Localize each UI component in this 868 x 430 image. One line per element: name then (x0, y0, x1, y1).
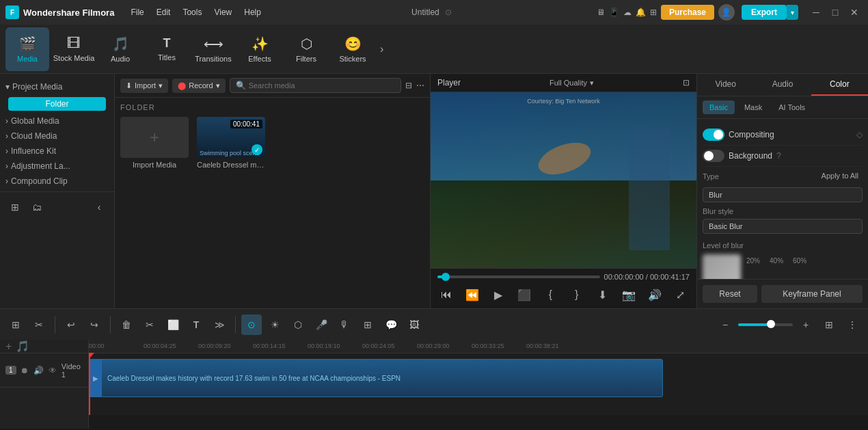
zoom-thumb[interactable] (767, 320, 775, 328)
step-back-button[interactable]: ⏪ (463, 285, 481, 304)
toolbar-transitions[interactable]: ⟷ Transitions (191, 27, 235, 71)
import-media-thumb[interactable]: + (120, 117, 189, 158)
snapshot-button[interactable]: 📷 (620, 285, 638, 304)
text-button[interactable]: T (186, 314, 206, 335)
audio-button-tl[interactable]: 🎤 (311, 314, 331, 335)
export-button[interactable]: Export (742, 5, 787, 20)
progress-bar[interactable] (437, 276, 600, 278)
track-mute-button[interactable]: 🔊 (33, 364, 44, 377)
menu-tools[interactable]: Tools (177, 6, 207, 18)
sidebar-item-cloud-media[interactable]: › Cloud Media (0, 129, 114, 144)
blur-style-select[interactable]: Basic Blur (703, 219, 863, 234)
sub-tab-ai-tools[interactable]: AI Tools (772, 100, 812, 114)
progress-thumb[interactable] (442, 273, 450, 281)
reset-button[interactable]: Reset (703, 285, 757, 303)
sidebar-item-compound-clip[interactable]: › Compound Clip (0, 174, 114, 189)
layout-button[interactable]: ⊞ (819, 314, 839, 335)
menu-help[interactable]: Help (239, 6, 267, 18)
zoom-in-button[interactable]: + (796, 314, 816, 335)
zoom-out-button[interactable]: − (715, 314, 735, 335)
mark-in-button[interactable]: { (541, 285, 559, 304)
snap-button[interactable]: ⬡ (288, 314, 308, 335)
quality-selector[interactable]: Full Quality ▾ (550, 79, 594, 88)
tab-color[interactable]: Color (811, 74, 868, 96)
track-hide-button[interactable]: 👁 (47, 364, 59, 377)
background-toggle[interactable] (703, 150, 724, 162)
user-avatar[interactable]: 👤 (718, 4, 735, 21)
delete-button[interactable]: 🗑 (116, 314, 137, 335)
go-to-start-button[interactable]: ⏮ (437, 285, 455, 304)
crop-button[interactable]: ⬜ (163, 314, 183, 335)
tab-video[interactable]: Video (697, 74, 754, 96)
tab-audio[interactable]: Audio (754, 74, 811, 96)
ripple-button[interactable]: ☀ (265, 314, 285, 335)
scene-detect-button[interactable]: ⊞ (5, 314, 26, 335)
subtitle-button[interactable]: 💬 (381, 314, 401, 335)
mark-out-button[interactable]: } (568, 285, 586, 304)
maximize-button[interactable]: □ (827, 4, 843, 21)
background-label: Background ? (703, 150, 781, 162)
keyframe-panel-button[interactable]: Keyframe Panel (761, 285, 863, 303)
add-video-track-button[interactable]: + (5, 340, 12, 353)
collapse-sidebar-icon[interactable]: ‹ (90, 198, 109, 217)
toolbar-filters[interactable]: ⬡ Filters (284, 27, 328, 71)
zoom-slider[interactable] (738, 323, 793, 326)
fullscreen-icon[interactable]: ⊡ (683, 78, 690, 88)
search-input[interactable] (249, 81, 395, 90)
toolbar-audio[interactable]: 🎵 Audio (98, 27, 142, 71)
toolbar-expand-icon[interactable]: › (377, 40, 386, 58)
video-clip[interactable]: ▶ Caeleb Dressel makes history with reco… (89, 359, 663, 397)
record-button[interactable]: ⬤ Record ▾ (172, 79, 225, 93)
toolbar-titles[interactable]: T Titles (145, 27, 189, 71)
minimize-button[interactable]: ─ (808, 4, 824, 21)
sidebar-item-influence-kit[interactable]: › Influence Kit (0, 144, 114, 159)
add-folder-icon[interactable]: ⊞ (5, 198, 25, 217)
cut-button[interactable]: ✂ (139, 314, 160, 335)
toolbar-stickers[interactable]: 😊 Stickers (331, 27, 375, 71)
split-button[interactable]: ✂ (29, 314, 49, 335)
sidebar-folder-button[interactable]: Folder (8, 97, 106, 111)
add-track-button[interactable]: ⊞ (357, 314, 378, 335)
track-record-button[interactable]: ⏺ (19, 364, 31, 377)
voice-button[interactable]: 🎙 (334, 314, 355, 335)
sidebar-item-global-media[interactable]: › Global Media (0, 113, 114, 129)
sub-tab-mask[interactable]: Mask (737, 100, 769, 114)
clip-mode-button[interactable]: ⊙ (241, 314, 262, 335)
menu-view[interactable]: View (208, 6, 237, 18)
toolbar-effects[interactable]: ✨ Effects (238, 27, 282, 71)
video-thumb[interactable]: Swimming pool scene 00:00:41 ✓ (197, 117, 265, 158)
export-dropdown-button[interactable]: ▾ (787, 5, 798, 20)
close-button[interactable]: ✕ (846, 4, 863, 21)
video-track-name: Video 1 (62, 362, 83, 379)
audio-button[interactable]: 🔊 (646, 285, 664, 304)
menu-file[interactable]: File (125, 6, 149, 18)
apply-to-all-button[interactable]: Apply to All (817, 170, 863, 181)
add-item-icon[interactable]: 🗂 (27, 198, 46, 217)
compositing-expand-icon[interactable]: ◇ (856, 130, 863, 139)
add-audio-track-button[interactable]: 🎵 (16, 340, 29, 353)
toolbar-stock-media[interactable]: 🎞 Stock Media (52, 27, 96, 71)
sidebar-item-project-media[interactable]: ▾ Project Media (0, 79, 114, 94)
menu-edit[interactable]: Edit (151, 6, 176, 18)
purchase-button[interactable]: Purchase (661, 5, 714, 20)
more-options-icon[interactable]: ⋯ (416, 81, 424, 90)
app-name: Wondershare Filmora (23, 8, 114, 18)
play-button[interactable]: ▶ (489, 285, 507, 304)
blur-type-select[interactable]: Blur (703, 187, 863, 202)
more-button[interactable]: ≫ (209, 314, 230, 335)
picture-button[interactable]: 🖼 (404, 314, 424, 335)
redo-button[interactable]: ↪ (84, 314, 105, 335)
sub-tab-basic[interactable]: Basic (703, 100, 735, 114)
clip-handle-left[interactable]: ▶ (90, 360, 102, 397)
toolbar-media[interactable]: 🎬 Media (5, 27, 49, 71)
stop-button[interactable]: ⬛ (515, 285, 533, 304)
fit-button[interactable]: ⤢ (672, 285, 690, 304)
sidebar-item-adjustment-layer[interactable]: › Adjustment La... (0, 159, 114, 174)
import-button[interactable]: ⬇ Import ▾ (120, 79, 168, 93)
filter-icon[interactable]: ⊟ (405, 81, 412, 90)
compositing-toggle[interactable] (703, 129, 724, 141)
add-to-timeline-button[interactable]: ⬇ (594, 285, 612, 304)
more-layout-button[interactable]: ⋮ (842, 314, 863, 335)
level-of-blur-label: Level of blur (703, 239, 744, 251)
undo-button[interactable]: ↩ (61, 314, 81, 335)
